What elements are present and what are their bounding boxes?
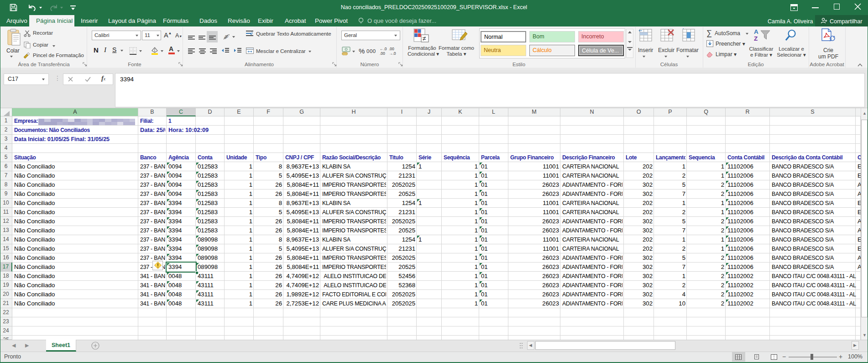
svg-text:≠: ≠ — [423, 35, 426, 42]
